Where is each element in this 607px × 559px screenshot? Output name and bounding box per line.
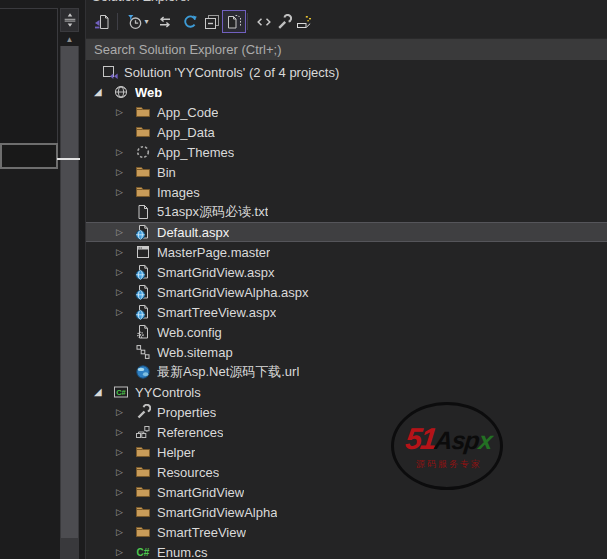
tree-item-references[interactable]: ▷References: [86, 422, 607, 442]
tree-item-label: Images: [157, 185, 200, 200]
tree-item-default-aspx[interactable]: ▷Default.aspx: [86, 222, 607, 242]
panel-title-label: Solution Explorer: [92, 0, 607, 4]
expand-arrow-icon[interactable]: ▷: [116, 182, 135, 202]
pending-changes-filter-icon: [127, 14, 143, 30]
expand-arrow-icon[interactable]: ▷: [116, 262, 135, 282]
editor-edge: ▲: [0, 0, 85, 559]
pending-changes-filter-button[interactable]: ▾: [122, 10, 154, 33]
folder-icon: [135, 104, 151, 120]
wrench-icon: [135, 404, 151, 420]
tree-item-smartgridviewalpha[interactable]: ▷SmartGridViewAlpha: [86, 502, 607, 522]
aspx-icon: [135, 224, 151, 240]
refresh-button[interactable]: [178, 10, 202, 33]
globe-icon: [113, 84, 129, 100]
expand-arrow-icon[interactable]: ▷: [116, 422, 135, 442]
tree-item-smarttreeview[interactable]: ▷SmartTreeView: [86, 522, 607, 542]
solution-tree: Solution 'YYControls' (2 of 4 projects)◢…: [86, 60, 607, 559]
tree-item-bin[interactable]: ▷Bin: [86, 162, 607, 182]
panel-title: Solution Explorer: [86, 0, 607, 8]
expand-arrow-icon[interactable]: ▷: [116, 542, 135, 559]
scrollbar-thumb[interactable]: [61, 46, 78, 538]
tree-item-solution-yycontrols-2-of-4-projects[interactable]: Solution 'YYControls' (2 of 4 projects): [86, 62, 607, 82]
tree-item-smartgridviewalpha-aspx[interactable]: ▷SmartGridViewAlpha.aspx: [86, 282, 607, 302]
tree-item-asp-net-url[interactable]: 最新Asp.Net源码下载.url: [86, 362, 607, 382]
tree-item-properties[interactable]: ▷Properties: [86, 402, 607, 422]
expand-arrow-icon[interactable]: ▷: [116, 102, 135, 122]
tree-item-label: References: [157, 425, 223, 440]
url-icon: [135, 364, 151, 380]
properties-icon: [276, 14, 292, 30]
expand-arrow-icon[interactable]: ▷: [116, 402, 135, 422]
solution-explorer-panel: Solution Explorer ▾ Search Solution Expl…: [85, 0, 607, 559]
editor-scrollbar[interactable]: [60, 46, 79, 559]
tree-item-images[interactable]: ▷Images: [86, 182, 607, 202]
folder-icon: [135, 164, 151, 180]
collapse-all-button[interactable]: [200, 10, 224, 33]
tree-item-label: SmartGridView.aspx: [157, 265, 275, 280]
tree-item-yycontrols[interactable]: ◢YYControls: [86, 382, 607, 402]
folder-icon: [135, 504, 151, 520]
theme-icon: [135, 144, 151, 160]
expand-arrow-icon[interactable]: ▷: [116, 442, 135, 462]
tree-item-resources[interactable]: ▷Resources: [86, 462, 607, 482]
expand-arrow-icon[interactable]: ▷: [116, 302, 135, 322]
tree-item-label: SmartTreeView: [157, 525, 246, 540]
tree-item-web-sitemap[interactable]: Web.sitemap: [86, 342, 607, 362]
tree-item-app-themes[interactable]: ▷App_Themes: [86, 142, 607, 162]
tree-item-label: SmartGridView: [157, 485, 244, 500]
editor-region: [0, 8, 58, 143]
tree-item-51aspx-txt[interactable]: 51aspx源码必读.txt: [86, 202, 607, 222]
tree-item-label: App_Code: [157, 105, 218, 120]
tree-item-label: Web.config: [157, 325, 222, 340]
show-all-files-icon: [226, 14, 242, 30]
expand-arrow-icon[interactable]: ▷: [116, 242, 135, 262]
sync-with-active-document-icon: [94, 14, 110, 30]
tree-item-app-data[interactable]: App_Data: [86, 122, 607, 142]
tree-item-smartgridview-aspx[interactable]: ▷SmartGridView.aspx: [86, 262, 607, 282]
tree-item-masterpage-master[interactable]: ▷MasterPage.master: [86, 242, 607, 262]
expand-arrow-icon[interactable]: ▷: [116, 462, 135, 482]
csproj-icon: [113, 384, 129, 400]
expand-arrow-icon[interactable]: ▷: [116, 522, 135, 542]
expand-arrow-icon[interactable]: ▷: [116, 142, 135, 162]
tree-item-label: Bin: [157, 165, 176, 180]
expand-arrow-icon[interactable]: ▷: [116, 222, 135, 242]
tree-item-enum-cs[interactable]: ▷Enum.cs: [86, 542, 607, 559]
tree-item-label: Default.aspx: [157, 225, 229, 240]
split-handle-icon: [62, 12, 78, 28]
preview-selected-items-button[interactable]: [292, 10, 316, 33]
aspx-icon: [135, 304, 151, 320]
expand-arrow-icon[interactable]: ▷: [116, 482, 135, 502]
tree-item-label: Enum.cs: [157, 545, 208, 559]
collapse-arrow-icon[interactable]: ◢: [94, 82, 113, 102]
solution-explorer-toolbar: ▾: [86, 8, 607, 37]
search-input[interactable]: Search Solution Explorer (Ctrl+;): [86, 38, 607, 60]
tree-item-web-config[interactable]: Web.config: [86, 322, 607, 342]
folder-icon: [135, 184, 151, 200]
scroll-up-button[interactable]: ▲: [60, 34, 79, 46]
switch-views-button[interactable]: [153, 10, 177, 33]
refresh-icon: [182, 14, 198, 30]
master-icon: [135, 244, 151, 260]
tree-item-label: SmartGridViewAlpha: [157, 505, 277, 520]
tree-item-smartgridview[interactable]: ▷SmartGridView: [86, 482, 607, 502]
scrollbar-splitter[interactable]: [60, 8, 79, 32]
folder-icon: [135, 124, 151, 140]
tree-item-smarttreeview-aspx[interactable]: ▷SmartTreeView.aspx: [86, 302, 607, 322]
show-all-files-button[interactable]: [222, 10, 246, 33]
tree-item-app-code[interactable]: ▷App_Code: [86, 102, 607, 122]
expand-arrow-icon[interactable]: ▷: [116, 282, 135, 302]
expand-arrow-icon[interactable]: ▷: [116, 162, 135, 182]
tree-item-label: MasterPage.master: [157, 245, 270, 260]
cs-icon: [135, 544, 151, 559]
tree-item-web[interactable]: ◢Web: [86, 82, 607, 102]
folder-icon: [135, 444, 151, 460]
expand-arrow-icon[interactable]: ▷: [116, 502, 135, 522]
tree-item-helper[interactable]: ▷Helper: [86, 442, 607, 462]
editor-subpanel: [0, 143, 58, 169]
vs-window: ▲ Solution Explorer ▾ Search Solution Ex…: [0, 0, 607, 559]
dropdown-caret-icon: ▾: [144, 17, 148, 26]
sync-with-active-document-button[interactable]: [90, 10, 114, 33]
collapse-arrow-icon[interactable]: ◢: [94, 382, 113, 402]
toolbar-separator: [247, 13, 248, 30]
